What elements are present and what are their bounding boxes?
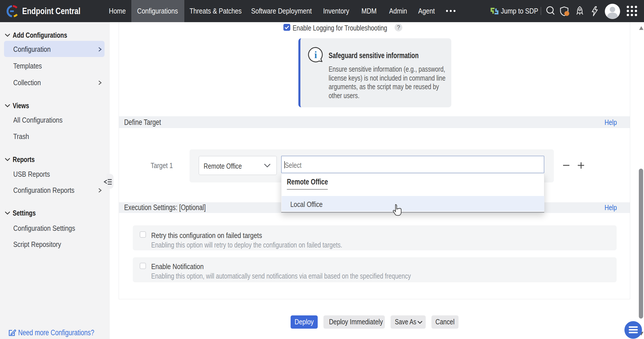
svg-text:i: i bbox=[314, 49, 317, 60]
